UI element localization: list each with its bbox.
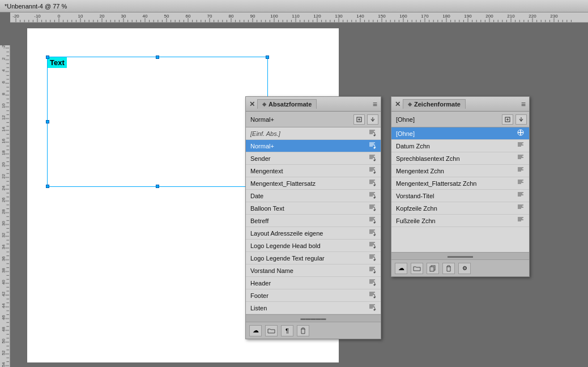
absatzformate-close-btn[interactable]: ✕ [249,100,255,108]
ruler-horizontal [10,12,588,23]
zeichenformate-panel-header[interactable]: ✕ ◆ Zeichenformate ≡ [391,97,529,112]
absatz-item-5[interactable]: Date [246,190,381,202]
zeichen-item-5[interactable]: Vorstand-Titel [391,190,529,202]
svg-rect-27 [430,267,434,271]
absatzformate-folder-btn[interactable] [265,325,278,336]
absatzformate-panel-header[interactable]: ✕ ◆ Absatzformate ≡ [246,97,381,112]
absatzformate-delete-btn[interactable] [297,325,309,336]
zeichenformate-toolbar-label: [Ohne] [394,116,500,123]
svg-point-15 [374,272,376,274]
svg-point-14 [374,259,376,261]
absatzformate-load-btn[interactable] [367,114,378,125]
absatz-item-14[interactable]: Listen [246,302,381,314]
main-area: Text ✕ [0,23,588,367]
zeichenformate-diamond-icon: ◆ [408,101,412,107]
svg-point-12 [374,234,376,236]
absatz-item-4[interactable]: Mengentext_Flattersatz [246,177,381,190]
absatz-item-10[interactable]: Logo Legende Text regular [246,252,381,264]
absatz-item-13[interactable]: Footer [246,289,381,302]
svg-point-13 [374,247,376,249]
zeichen-item-1[interactable]: Datum Zchn [391,140,529,152]
absatz-item-8[interactable]: Layout Adresszeile eigene [246,227,381,240]
zeichenformate-new-btn[interactable] [502,114,513,125]
handle-mid-left[interactable] [46,120,49,123]
svg-point-9 [374,197,376,199]
svg-point-6 [374,160,376,161]
svg-point-8 [374,185,376,186]
text-frame-content: Text [48,57,67,68]
zeichenformate-list: [Ohne]Datum ZchnSprechblasentext ZchnMen… [391,127,529,252]
zeichenformate-settings-btn[interactable]: ⚙ [458,263,471,274]
zeichenformate-title-tab: ◆ Zeichenformate [403,99,466,109]
zeichenformate-delete-btn[interactable] [442,263,455,274]
absatz-item-2[interactable]: Sender [246,152,381,165]
absatz-item-11[interactable]: Vorstand Name [246,264,381,277]
svg-point-18 [374,309,376,311]
absatz-item-0[interactable]: [Einf. Abs.] [246,127,381,140]
svg-point-7 [374,172,376,174]
absatzformate-title-tab: ◆ Absatzformate [257,99,317,109]
zeichenformate-toolbar: [Ohne] [391,112,529,127]
absatz-item-7[interactable]: Betreff [246,215,381,227]
absatzformate-list: [Einf. Abs.]Normal+SenderMengentextMenge… [246,127,381,314]
svg-point-16 [374,284,376,286]
zeichenformate-scroll-indicator: ▬▬▬▬▬ [391,252,529,259]
zeichen-item-4[interactable]: Mengentext_Flattersatz Zchn [391,177,529,190]
absatzformate-panel: ✕ ◆ Absatzformate ≡ Normal+ [245,96,381,339]
absatzformate-title: Absatzformate [269,101,312,108]
title-bar: *Unbenannt-4 @ 77 % [0,0,588,12]
absatzformate-para-btn[interactable]: ¶ [281,325,293,336]
handle-bot-center[interactable] [156,185,159,188]
absatzformate-new-btn[interactable] [353,114,365,125]
absatz-item-1[interactable]: Normal+ [246,140,381,152]
zeichen-item-2[interactable]: Sprechblasentext Zchn [391,152,529,165]
svg-point-11 [374,222,376,224]
svg-point-10 [374,210,376,211]
text-frame[interactable]: Text [47,57,268,187]
svg-point-4 [374,135,376,136]
absatzformate-toolbar: Normal+ [246,112,381,127]
zeichenformate-footer: ☁ ⚙ [391,259,529,276]
absatzformate-toolbar-label: Normal+ [248,116,351,123]
svg-point-17 [374,297,376,298]
canvas-area: Text ✕ [10,23,588,367]
zeichenformate-cloud-btn[interactable]: ☁ [395,263,407,274]
absatz-item-3[interactable]: Mengentext [246,165,381,177]
absatz-item-9[interactable]: Logo Legende Head bold [246,240,381,252]
absatzformate-cloud-btn[interactable]: ☁ [249,325,262,336]
absatzformate-footer: ☁ ¶ [246,322,381,339]
ruler-vertical [0,45,10,367]
zeichenformate-menu-icon[interactable]: ≡ [521,100,526,109]
zeichen-item-7[interactable]: Fußzeile Zchn [391,215,529,227]
zeichen-item-6[interactable]: Kopfzeile Zchn [391,202,529,215]
handle-top-right[interactable] [266,56,269,59]
absatz-item-6[interactable]: Balloon Text [246,202,381,215]
absatz-item-12[interactable]: Header [246,277,381,289]
app-container: *Unbenannt-4 @ 77 % Text [0,0,588,367]
zeichenformate-panel: ✕ ◆ Zeichenformate ≡ [Ohne] [391,96,530,277]
absatzformate-diamond-icon: ◆ [262,101,266,107]
zeichen-item-3[interactable]: Mengentext Zchn [391,165,529,177]
handle-top-left[interactable] [46,56,49,59]
svg-point-5 [374,147,376,149]
handle-top-center[interactable] [156,56,159,59]
handle-bot-left[interactable] [46,185,49,188]
title-text: *Unbenannt-4 @ 77 % [5,3,67,10]
zeichenformate-folder-btn[interactable] [411,263,423,274]
zeichen-item-0[interactable]: [Ohne] [391,127,529,140]
zeichenformate-title: Zeichenformate [414,101,461,108]
zeichenformate-close-btn[interactable]: ✕ [395,100,400,108]
zeichenformate-load-btn[interactable] [515,114,527,125]
absatzformate-scroll-indicator: ▬▬▬▬▬ [246,314,381,322]
zeichenformate-copy-btn[interactable] [427,263,439,274]
absatzformate-menu-icon[interactable]: ≡ [373,100,377,109]
